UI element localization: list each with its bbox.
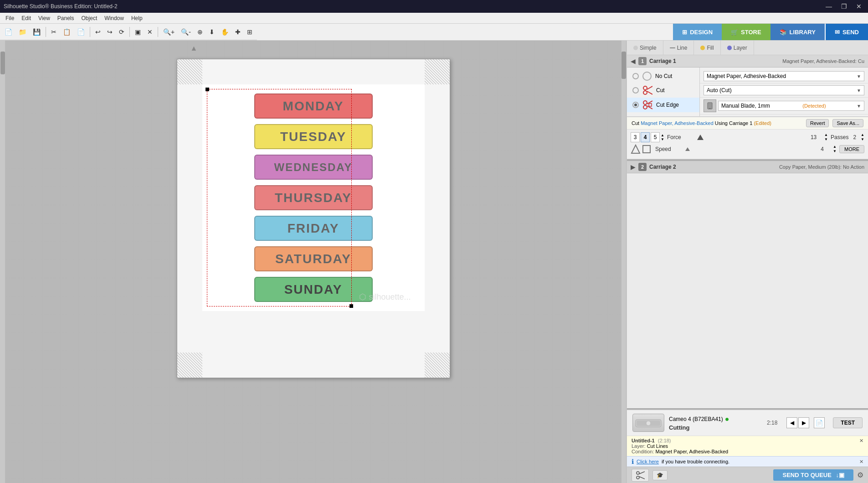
click-here-link[interactable]: Click here (637, 459, 659, 464)
restore-button[interactable]: ❐ (838, 2, 850, 11)
menu-view[interactable]: View (35, 14, 54, 22)
select-button[interactable]: ▣ (132, 26, 144, 38)
paste-button[interactable]: 📄 (74, 26, 87, 38)
more-button[interactable]: MORE (839, 145, 864, 153)
send-queue-button[interactable]: SEND TO QUEUE ↓▣ (773, 469, 853, 481)
tab-design[interactable]: ⊞ DESIGN (673, 24, 722, 40)
minimize-button[interactable]: — (823, 2, 835, 11)
tab-line[interactable]: Line (663, 41, 694, 55)
material-dropdowns: Magnet Paper, Adhesive-Backed ▼ Auto (Cu… (700, 68, 868, 116)
carriage2-label: Carriage 2 (649, 164, 676, 170)
right-panel: Simple Line Fill Layer ◀ 1 Carriage 1 Ma… (627, 41, 868, 483)
passes-spinners[interactable]: ▲▼ (861, 133, 864, 142)
day-sunday[interactable]: SUNDAY (254, 277, 373, 302)
tab-layer[interactable]: Layer (721, 41, 754, 55)
copy-button[interactable]: 📋 (60, 26, 73, 38)
cut-edge-option[interactable]: Cut Edge (627, 98, 699, 112)
cut-option[interactable]: Cut (627, 83, 699, 98)
tab-send[interactable]: ✉ SEND (825, 24, 868, 40)
canvas-scrollbar-thumb[interactable] (621, 52, 626, 79)
zoom-in-button[interactable]: 🔍+ (160, 26, 177, 38)
material-select[interactable]: Magnet Paper, Adhesive-Backed ▼ (704, 71, 864, 81)
new-button[interactable]: 📄 (2, 26, 15, 38)
no-cut-radio[interactable] (632, 73, 639, 79)
redo-button[interactable]: ↪ (104, 26, 115, 38)
scrollbar-thumb-left[interactable] (0, 52, 5, 74)
scissors-icon (636, 471, 645, 480)
menu-edit[interactable]: Edit (18, 14, 35, 22)
force-triangle[interactable] (697, 135, 704, 140)
menu-help[interactable]: Help (128, 14, 146, 22)
nav-left-button[interactable]: ◀ (786, 417, 797, 428)
settings-gear-icon[interactable]: ⚙ (857, 471, 863, 479)
blade-num-4[interactable]: 4 (641, 132, 650, 142)
menu-file[interactable]: File (2, 14, 18, 22)
blade-depth-arrows[interactable]: ▲▼ (661, 133, 664, 141)
zoom-out-button[interactable]: 🔍- (178, 26, 194, 38)
add-button[interactable]: ✚ (232, 26, 243, 38)
canvas-area[interactable]: ▲ MONDAY TUESDAY WEDNESDAY THURSDAY FRI (5, 41, 621, 483)
save-button[interactable]: 💾 (30, 26, 43, 38)
tab-library[interactable]: 📚 LIBRARY (770, 24, 825, 40)
close-button[interactable]: ✕ (853, 2, 864, 11)
page-icon-button[interactable]: 📄 (814, 417, 825, 428)
cut-button[interactable]: ✂ (48, 26, 59, 38)
force-slider[interactable] (697, 132, 803, 142)
gradcap-button[interactable]: 🎓 (652, 470, 668, 480)
menu-window[interactable]: Window (101, 14, 128, 22)
day-friday[interactable]: FRIDAY (254, 216, 373, 241)
test-button[interactable]: TEST (833, 417, 863, 428)
auto-cut-arrow: ▼ (857, 88, 861, 93)
info-close[interactable]: ✕ (859, 438, 863, 444)
zoom-fit-button[interactable]: ⊕ (195, 26, 205, 38)
cut-radio[interactable] (632, 87, 639, 93)
blade-selector: 3 4 5 ▲▼ (631, 132, 664, 142)
connecting-bar-close[interactable]: ✕ (859, 459, 863, 465)
scroll-up-arrow[interactable]: ▲ (190, 44, 198, 52)
machine-thumbnail (632, 414, 664, 432)
nav-right-button[interactable]: ▶ (798, 417, 809, 428)
cut-icon-button[interactable] (632, 469, 649, 482)
blade-tip-icon (631, 144, 641, 154)
cut-edge-radio[interactable] (632, 102, 639, 108)
blade-num-5[interactable]: 5 (651, 132, 660, 142)
nav-arrows: ◀ ▶ (786, 417, 809, 428)
auto-cut-select[interactable]: Auto (Cut) ▼ (704, 85, 864, 95)
grid-button[interactable]: ⊞ (244, 26, 255, 38)
open-button[interactable]: 📁 (16, 26, 29, 38)
left-scrollbar[interactable] (0, 41, 5, 483)
day-wednesday[interactable]: WEDNESDAY (254, 155, 373, 180)
import-button[interactable]: ⬇ (206, 26, 217, 38)
force-spinners[interactable]: ▲▼ (824, 133, 828, 142)
tab-simple[interactable]: Simple (627, 41, 663, 55)
day-saturday[interactable]: SATURDAY (254, 246, 373, 271)
carriage1-header: ◀ 1 Carriage 1 Magnet Paper, Adhesive-Ba… (627, 55, 868, 68)
info-condition-value: Magnet Paper, Adhesive-Backed (656, 449, 729, 454)
carriage1-toggle[interactable]: ◀ (631, 57, 636, 65)
day-thursday[interactable]: THURSDAY (254, 185, 373, 210)
tab-fill[interactable]: Fill (694, 41, 720, 55)
delete-button[interactable]: ✕ (144, 26, 155, 38)
corner-pattern-bl (177, 353, 202, 378)
tab-store[interactable]: 🛒 STORE (722, 24, 770, 40)
undo-button[interactable]: ↩ (92, 26, 103, 38)
revert-button[interactable]: Revert (806, 119, 829, 127)
refresh-button[interactable]: ⟳ (116, 26, 127, 38)
blade-num-3[interactable]: 3 (631, 132, 640, 142)
pan-button[interactable]: ✋ (218, 26, 231, 38)
speed-triangle[interactable] (685, 147, 690, 151)
speed-slider[interactable] (685, 144, 812, 154)
menu-object[interactable]: Object (78, 14, 101, 22)
canvas-scrollbar[interactable] (621, 41, 627, 483)
speed-spinners[interactable]: ▲▼ (833, 145, 837, 154)
day-tuesday[interactable]: TUESDAY (254, 124, 373, 149)
menu-panels[interactable]: Panels (54, 14, 78, 22)
panel-tabs: Simple Line Fill Layer (627, 41, 868, 55)
no-cut-option[interactable]: No Cut (627, 69, 699, 83)
blade-select[interactable]: Manual Blade, 1mm (Detected) ▼ (718, 101, 864, 111)
cut-label: Cut (656, 87, 665, 93)
carriage2-toggle[interactable]: ▶ (631, 163, 636, 171)
saveas-button[interactable]: Save As... (832, 119, 863, 127)
day-monday[interactable]: MONDAY (254, 93, 373, 119)
svg-point-1 (643, 91, 647, 94)
